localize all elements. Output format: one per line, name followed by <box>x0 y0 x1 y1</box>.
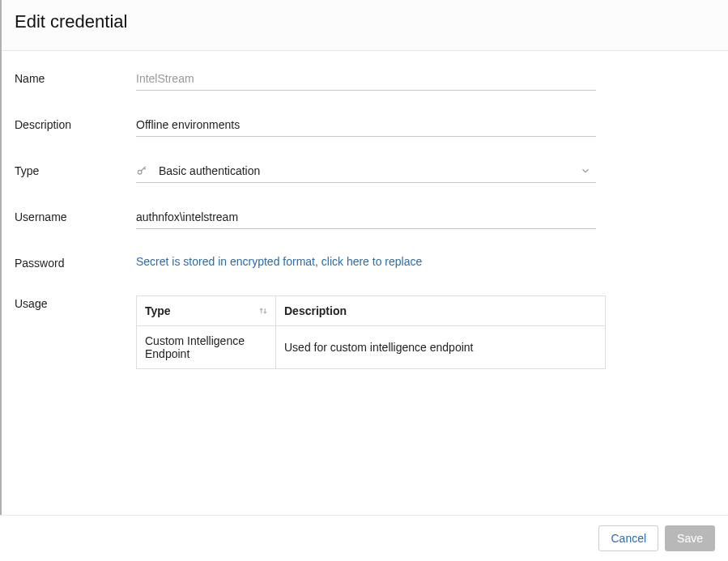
table-row: Custom Intelligence Endpoint Used for cu… <box>137 326 606 369</box>
chevron-down-icon <box>580 165 591 176</box>
label-name: Name <box>15 70 136 85</box>
usage-th-description[interactable]: Description <box>276 296 606 326</box>
description-input[interactable] <box>136 117 596 137</box>
row-usage: Usage Type Description <box>15 295 713 369</box>
row-username: Username <box>15 209 713 229</box>
usage-th-type[interactable]: Type <box>137 296 276 326</box>
replace-secret-link[interactable]: Secret is stored in encrypted format, cl… <box>136 255 422 268</box>
row-description: Description <box>15 117 713 137</box>
form-content: Name Description Type Basic authenticati… <box>0 51 728 369</box>
row-name: Name <box>15 70 713 91</box>
usage-th-description-label: Description <box>284 304 347 317</box>
name-input[interactable] <box>136 70 596 91</box>
usage-table: Type Description Custom Intelli <box>136 295 606 369</box>
sort-icon <box>258 305 269 317</box>
usage-cell-description: Used for custom intelligence endpoint <box>276 326 606 369</box>
dialog-footer: Cancel Save <box>0 515 728 561</box>
usage-cell-type: Custom Intelligence Endpoint <box>137 326 276 369</box>
save-button[interactable]: Save <box>665 525 715 551</box>
username-input[interactable] <box>136 209 596 229</box>
type-selected-text: Basic authentication <box>159 164 580 177</box>
row-type: Type Basic authentication <box>15 163 713 183</box>
usage-th-type-label: Type <box>145 304 171 317</box>
label-username: Username <box>15 209 136 223</box>
cancel-button[interactable]: Cancel <box>598 525 658 551</box>
key-icon <box>136 165 147 176</box>
dialog-header: Edit credential <box>0 0 728 51</box>
left-edge-separator <box>0 0 2 561</box>
page-title: Edit credential <box>15 11 713 32</box>
label-type: Type <box>15 163 136 177</box>
row-password: Password Secret is stored in encrypted f… <box>15 255 713 270</box>
label-description: Description <box>15 117 136 131</box>
label-usage: Usage <box>15 295 136 310</box>
type-select[interactable]: Basic authentication <box>136 163 596 183</box>
label-password: Password <box>15 255 136 270</box>
svg-point-0 <box>138 170 142 174</box>
